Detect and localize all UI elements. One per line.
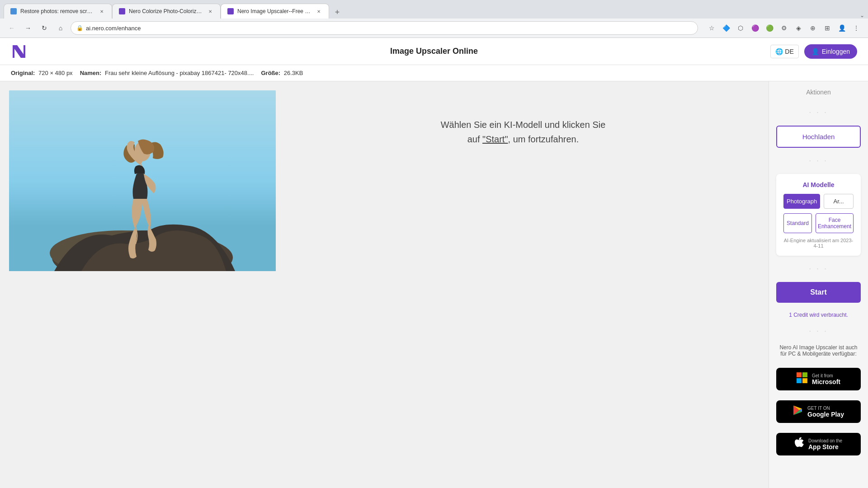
google-play-sub: GET IT ON — [807, 406, 844, 411]
model-art-button[interactable]: Ar... — [824, 194, 854, 209]
original-label: Original: 720 × 480 px — [11, 70, 73, 76]
app-title: Image Upscaler Online — [390, 47, 478, 56]
name-label: Namen: Frau sehr kleine Auflösung - pixa… — [80, 70, 254, 76]
size-value: 26.3KB — [284, 70, 303, 76]
logo[interactable] — [11, 43, 27, 60]
google-play-badge[interactable]: GET IT ON Google Play — [776, 400, 861, 423]
bookmark-icon[interactable]: ☆ — [705, 22, 718, 34]
dots-divider-2: · · · — [776, 157, 861, 165]
header-right: 🌐 DE 👤 Einloggen — [770, 44, 857, 59]
lang-label: DE — [785, 48, 793, 55]
actions-title: Aktionen — [776, 89, 861, 96]
instruction-text: Wählen Sie ein KI-Modell und klicken Sie… — [441, 117, 606, 146]
tab-restore[interactable]: Restore photos: remove scratch... ✕ — [4, 4, 112, 19]
microsoft-store-text: Get it from Microsoft — [812, 373, 840, 385]
tab-upscaler[interactable]: Nero Image Upscaler--Free Pho... ✕ — [221, 4, 329, 19]
new-tab-button[interactable]: + — [331, 6, 344, 19]
microsoft-store-name: Microsoft — [812, 378, 840, 385]
home-button[interactable]: ⌂ — [54, 22, 67, 34]
instruction-panel: Wählen Sie ein KI-Modell und klicken Sie… — [287, 90, 760, 174]
login-label: Einloggen — [822, 48, 850, 55]
lock-icon: 🔒 — [76, 25, 83, 31]
start-button[interactable]: Start — [776, 282, 861, 303]
original-value: 720 × 480 px — [38, 70, 73, 76]
app-store-badge[interactable]: Download on the App Store — [776, 433, 861, 455]
extension-icon-4[interactable]: 🟢 — [763, 22, 776, 34]
google-play-text: GET IT ON Google Play — [807, 406, 844, 418]
model-type-row: Photograph Ar... — [783, 194, 854, 209]
app-store-name: App Store — [808, 443, 842, 450]
google-play-name: Google Play — [807, 411, 844, 418]
tab-expand-button[interactable]: ⌄ — [860, 12, 864, 19]
tab-favicon-restore — [10, 8, 17, 14]
tab-close-colorize[interactable]: ✕ — [207, 8, 214, 15]
back-button[interactable]: ← — [5, 22, 18, 34]
model-photograph-button[interactable]: Photograph — [783, 194, 820, 209]
upload-button[interactable]: Hochladen — [776, 126, 861, 148]
svg-rect-8 — [802, 378, 807, 383]
name-value: Frau sehr kleine Auflösung - pixabay 186… — [105, 70, 254, 76]
microsoft-icon — [797, 372, 807, 386]
credit-text: 1 Credit wird verbraucht. — [776, 312, 861, 318]
extension-icon-3[interactable]: 🟣 — [749, 22, 761, 34]
main-layout: Wählen Sie ein KI-Modell und klicken Sie… — [0, 81, 868, 488]
extension-icon-5[interactable]: ⚙ — [778, 22, 790, 34]
menu-icon[interactable]: ⋮ — [850, 22, 863, 34]
tab-close-upscaler[interactable]: ✕ — [315, 8, 322, 15]
svg-rect-6 — [802, 372, 807, 377]
extension-icon-2[interactable]: ⬡ — [734, 22, 747, 34]
dots-divider-1: · · · — [776, 108, 861, 117]
ai-models-section: AI Modelle Photograph Ar... Standard Fac… — [776, 174, 861, 256]
user-icon: 👤 — [811, 48, 819, 55]
tab-bar: Restore photos: remove scratch... ✕ Nero… — [0, 0, 868, 19]
app-store-sub: Download on the — [808, 438, 842, 443]
apple-icon — [795, 437, 804, 451]
extension-icon-8[interactable]: ⊞ — [821, 22, 834, 34]
tab-title-upscaler: Nero Image Upscaler--Free Pho... — [237, 8, 311, 14]
content-area: Wählen Sie ein KI-Modell und klicken Sie… — [0, 81, 769, 488]
tab-favicon-upscaler — [227, 8, 234, 14]
url-text: ai.nero.com/enhance — [86, 25, 692, 32]
image-svg — [9, 90, 276, 271]
toolbar-icons: ☆ 🔷 ⬡ 🟣 🟢 ⚙ ◈ ⊕ ⊞ 👤 ⋮ — [705, 22, 863, 34]
image-panel — [9, 90, 276, 271]
dots-divider-4: · · · — [776, 327, 861, 335]
microsoft-store-badge[interactable]: Get it from Microsoft — [776, 368, 861, 390]
tab-title-colorize: Nero Colorize Photo-Colorize Yo... — [129, 8, 203, 14]
dots-divider-3: · · · — [776, 265, 861, 273]
extension-icon-7[interactable]: ⊕ — [807, 22, 819, 34]
microsoft-store-sub: Get it from — [812, 373, 840, 378]
extension-icon-1[interactable]: 🔷 — [720, 22, 732, 34]
svg-rect-5 — [797, 372, 802, 377]
nero-logo-icon — [11, 43, 27, 60]
model-standard-button[interactable]: Standard — [783, 213, 812, 233]
reload-button[interactable]: ↻ — [38, 22, 51, 34]
uploaded-image — [9, 90, 276, 271]
login-button[interactable]: 👤 Einloggen — [804, 44, 857, 59]
extension-icon-6[interactable]: ◈ — [792, 22, 805, 34]
browser-chrome: Restore photos: remove scratch... ✕ Nero… — [0, 0, 868, 38]
address-bar-row: ← → ↻ ⌂ 🔒 ai.nero.com/enhance ☆ 🔷 ⬡ 🟣 🟢 … — [0, 19, 868, 38]
google-play-icon — [793, 405, 803, 418]
app-available-text: Nero AI Image Upscaler ist auch für PC &… — [776, 344, 861, 357]
model-sub-row: Standard Face Enhancement — [783, 213, 854, 233]
app-store-text: Download on the App Store — [808, 438, 842, 450]
file-info-bar: Original: 720 × 480 px Namen: Frau sehr … — [0, 65, 868, 81]
tab-favicon-colorize — [119, 8, 125, 14]
size-label: Größe: 26.3KB — [261, 70, 303, 76]
language-button[interactable]: 🌐 DE — [770, 45, 798, 58]
ai-engine-text: AI-Engine aktualisiert am 2023-4-11 — [783, 238, 854, 249]
svg-rect-7 — [797, 378, 802, 383]
globe-icon: 🌐 — [775, 48, 783, 55]
tab-close-restore[interactable]: ✕ — [98, 8, 105, 15]
app-header: Image Upscaler Online 🌐 DE 👤 Einloggen — [0, 38, 868, 65]
address-bar[interactable]: 🔒 ai.nero.com/enhance — [71, 21, 698, 35]
user-profile-icon[interactable]: 👤 — [835, 22, 848, 34]
model-face-button[interactable]: Face Enhancement — [816, 213, 854, 233]
tab-title-restore: Restore photos: remove scratch... — [20, 8, 94, 14]
tab-colorize[interactable]: Nero Colorize Photo-Colorize Yo... ✕ — [112, 4, 221, 19]
right-sidebar: Aktionen · · · Hochladen · · · AI Modell… — [769, 81, 868, 488]
ai-models-title: AI Modelle — [783, 181, 854, 188]
forward-button[interactable]: → — [22, 22, 34, 34]
